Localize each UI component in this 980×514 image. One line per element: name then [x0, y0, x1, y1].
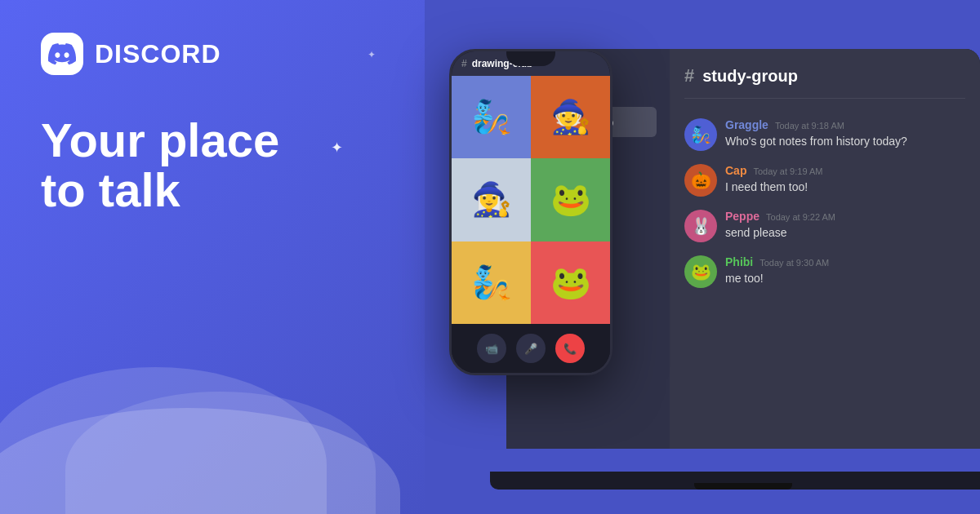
message-header-peppe: Peppe Today at 9:22 AM — [725, 210, 965, 223]
participant-avatar-5: 🧞 — [465, 256, 518, 309]
video-cell-4: 🐸 — [531, 158, 610, 241]
author-name-phibi: Phibi — [725, 255, 753, 268]
tagline-line2: to talk — [41, 166, 384, 215]
message-content-graggle: Graggle Today at 9:18 AM Who's got notes… — [725, 118, 965, 151]
message-text-phibi: me too! — [725, 271, 965, 287]
message-time-cap: Today at 9:19 AM — [753, 166, 822, 176]
phone-channel-name: drawing-club — [472, 58, 533, 69]
participant-avatar-1: 🧞 — [465, 91, 518, 144]
author-name-peppe: Peppe — [725, 210, 760, 223]
left-panel: ✦ ✦ DISCORD Your place to talk — [0, 0, 425, 514]
video-cell-3: 🧙‍♀️ — [452, 158, 531, 241]
participant-avatar-2: 🧙 — [544, 91, 597, 144]
sparkle-small-icon: ✦ — [368, 49, 376, 60]
laptop-base — [490, 472, 980, 490]
author-name-cap: Cap — [725, 164, 746, 177]
discord-logo-icon — [41, 33, 83, 75]
tagline: Your place to talk — [41, 116, 384, 215]
message-time-peppe: Today at 9:22 AM — [766, 212, 835, 222]
video-cell-5: 🧞 — [452, 241, 531, 324]
message-phibi: 🐸 Phibi Today at 9:30 AM me too! — [684, 255, 965, 288]
message-time-graggle: Today at 9:18 AM — [775, 121, 844, 131]
avatar-phibi: 🐸 — [684, 255, 717, 288]
message-header-graggle: Graggle Today at 9:18 AM — [725, 118, 965, 131]
right-panel: # drawing-club 🧞 🧙 🧙‍♀️ 🐸 🧞 — [425, 0, 980, 514]
video-cell-6: 🐸 — [531, 241, 610, 324]
phone-top-bar: # drawing-club — [452, 51, 610, 76]
video-grid: 🧞 🧙 🧙‍♀️ 🐸 🧞 🐸 — [452, 76, 610, 324]
participant-avatar-4: 🐸 — [544, 173, 597, 226]
phone-controls: 📹 🎤 📞 — [452, 324, 610, 373]
message-content-peppe: Peppe Today at 9:22 AM send please — [725, 210, 965, 242]
message-content-cap: Cap Today at 9:19 AM I need them too! — [725, 164, 965, 197]
participant-avatar-3: 🧙‍♀️ — [465, 173, 518, 226]
message-graggle: 🧞 Graggle Today at 9:18 AM Who's got not… — [684, 118, 965, 151]
avatar-cap: 🎃 — [684, 164, 717, 197]
message-text-peppe: send please — [725, 225, 965, 241]
mute-button[interactable]: 🎤 — [516, 334, 546, 363]
tagline-line1: Your place — [41, 116, 384, 166]
mic-icon: 🎤 — [524, 343, 537, 355]
phone-channel-hash: # — [461, 58, 467, 69]
video-cell-2: 🧙 — [531, 76, 610, 158]
message-header-cap: Cap Today at 9:19 AM — [725, 164, 965, 177]
message-cap: 🎃 Cap Today at 9:19 AM I need them too! — [684, 164, 965, 197]
message-content-phibi: Phibi Today at 9:30 AM me too! — [725, 255, 965, 288]
video-button[interactable]: 📹 — [477, 334, 506, 363]
message-time-phibi: Today at 9:30 AM — [760, 258, 829, 268]
author-name-graggle: Graggle — [725, 118, 768, 131]
chat-header-channel-name: study-group — [702, 67, 798, 86]
message-peppe: 🐰 Peppe Today at 9:22 AM send please — [684, 210, 965, 242]
participant-avatar-6: 🐸 — [544, 256, 597, 309]
video-icon: 📹 — [485, 343, 498, 355]
avatar-peppe: 🐰 — [684, 210, 717, 242]
message-text-cap: I need them too! — [725, 179, 965, 196]
logo-text: DISCORD — [95, 39, 221, 69]
phone-icon: 📞 — [564, 343, 577, 355]
chat-header: # study-group — [684, 65, 965, 99]
avatar-graggle: 🧞 — [684, 118, 717, 151]
phone-screen: # drawing-club 🧞 🧙 🧙‍♀️ 🐸 🧞 — [452, 51, 610, 373]
chat-header-hash-icon: # — [684, 65, 694, 86]
phone-mockup: # drawing-club 🧞 🧙 🧙‍♀️ 🐸 🧞 — [449, 49, 612, 375]
video-cell-1: 🧞 — [452, 76, 531, 158]
logo-area: DISCORD — [41, 33, 384, 75]
message-text-graggle: Who's got notes from history today? — [725, 134, 965, 150]
message-header-phibi: Phibi Today at 9:30 AM — [725, 255, 965, 268]
chat-panel: # study-group 🧞 Graggle Today at 9:18 AM… — [670, 49, 980, 449]
end-call-button[interactable]: 📞 — [555, 334, 585, 363]
